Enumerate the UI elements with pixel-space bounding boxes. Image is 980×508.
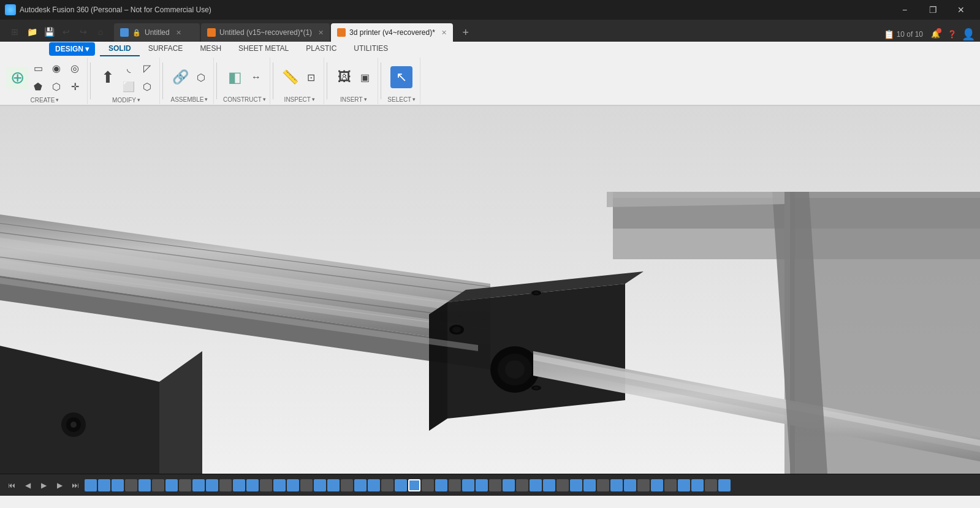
new-component-button[interactable]: ⊕ <box>6 67 28 89</box>
maximize-button[interactable]: ❐ <box>919 0 947 20</box>
tl-item-38[interactable] <box>583 479 596 491</box>
tl-item-41[interactable] <box>624 479 636 491</box>
viewport[interactable] <box>0 106 980 474</box>
extrude-button[interactable]: ▭ <box>29 60 47 77</box>
tl-item-45[interactable] <box>678 479 690 491</box>
tl-item-37[interactable] <box>570 479 582 491</box>
tl-item-18[interactable] <box>314 479 326 491</box>
tab-close-3dprinter[interactable]: ✕ <box>441 29 447 37</box>
select-label[interactable]: SELECT ▾ <box>387 96 416 103</box>
close-button[interactable]: ✕ <box>947 0 975 20</box>
grid-button[interactable]: ⊞ <box>7 25 22 39</box>
tl-item-31[interactable] <box>489 479 501 491</box>
axis-button[interactable]: ↔ <box>248 69 265 86</box>
tl-item-3[interactable] <box>112 479 124 491</box>
tl-item-42[interactable] <box>637 479 650 491</box>
modify-label[interactable]: MODIFY ▾ <box>112 97 140 104</box>
file-button[interactable]: 📁 <box>25 25 39 39</box>
tl-item-25[interactable] <box>408 479 420 491</box>
redo-button[interactable]: ↪ <box>76 25 91 39</box>
tab-close-v15[interactable]: ✕ <box>318 29 324 37</box>
tl-item-2[interactable] <box>98 479 110 491</box>
tl-item-21[interactable] <box>354 479 367 491</box>
tl-item-23[interactable] <box>381 479 393 491</box>
tl-item-6[interactable] <box>152 479 164 491</box>
tl-item-15[interactable] <box>273 479 286 491</box>
tl-item-8[interactable] <box>179 479 191 491</box>
joint-button[interactable]: 🔗 <box>169 66 191 88</box>
tl-item-16[interactable] <box>287 479 299 491</box>
decal-button[interactable]: 🖼 <box>333 66 355 88</box>
tl-item-36[interactable] <box>556 479 569 491</box>
analysis-button[interactable]: ⊡ <box>303 69 320 86</box>
select-button[interactable]: ↖ <box>390 66 412 88</box>
measure-button[interactable]: 📏 <box>279 66 302 88</box>
save-button[interactable]: 💾 <box>42 25 56 39</box>
shell-button[interactable]: ⬜ <box>120 78 137 96</box>
tl-item-43[interactable] <box>651 479 663 491</box>
tl-item-47[interactable] <box>705 479 717 491</box>
draft-button[interactable]: ⬡ <box>139 78 156 96</box>
tab-solid[interactable]: SOLID <box>100 42 140 56</box>
insert-label[interactable]: INSERT ▾ <box>340 96 367 103</box>
revolve-button[interactable]: ◉ <box>48 60 65 77</box>
tl-item-48[interactable] <box>718 479 731 491</box>
image-button[interactable]: ▣ <box>357 69 374 86</box>
notifications-icon[interactable]: 🔔 <box>928 27 943 42</box>
tl-item-24[interactable] <box>395 479 407 491</box>
tl-item-46[interactable] <box>691 479 704 491</box>
tl-item-39[interactable] <box>597 479 609 491</box>
press-pull-button[interactable]: ⬆ <box>97 67 119 89</box>
tl-item-27[interactable] <box>435 479 447 491</box>
design-dropdown[interactable]: DESIGN ▾ <box>49 42 95 56</box>
tl-item-26[interactable] <box>422 479 434 491</box>
tab-v15recovered[interactable]: Untitled (v15~recovered)*(1) ✕ <box>201 23 330 42</box>
construct-label[interactable]: CONSTRUCT ▾ <box>223 96 266 103</box>
home-button[interactable]: ⌂ <box>93 25 108 39</box>
tl-item-19[interactable] <box>327 479 340 491</box>
tl-item-28[interactable] <box>449 479 461 491</box>
tab-mesh[interactable]: MESH <box>191 42 230 56</box>
prev-frame-button[interactable]: ◀ <box>21 479 34 492</box>
minimize-button[interactable]: − <box>891 0 919 20</box>
plane-button[interactable]: ◧ <box>224 66 246 88</box>
account-icon[interactable]: 👤 <box>962 28 975 41</box>
tl-item-40[interactable] <box>610 479 623 491</box>
tl-item-7[interactable] <box>165 479 178 491</box>
sphere-button[interactable]: ⬡ <box>48 78 65 96</box>
create-label[interactable]: CREATE ▾ <box>31 97 59 104</box>
tab-untitled[interactable]: 🔒 Untitled ✕ <box>114 23 200 42</box>
tl-item-17[interactable] <box>300 479 313 491</box>
first-frame-button[interactable]: ⏮ <box>5 479 18 492</box>
tl-item-29[interactable] <box>462 479 474 491</box>
tl-item-13[interactable] <box>246 479 259 491</box>
tl-item-10[interactable] <box>206 479 218 491</box>
tl-item-1[interactable] <box>85 479 97 491</box>
undo-button[interactable]: ↩ <box>59 25 74 39</box>
help-icon[interactable]: ❓ <box>948 30 957 39</box>
tl-item-32[interactable] <box>503 479 515 491</box>
loft-button[interactable]: ⬟ <box>29 78 47 96</box>
tl-item-34[interactable] <box>530 479 542 491</box>
tl-item-11[interactable] <box>219 479 232 491</box>
tab-close-untitled[interactable]: ✕ <box>176 29 181 37</box>
tl-item-44[interactable] <box>664 479 677 491</box>
sweep-button[interactable]: ◎ <box>66 60 83 77</box>
tab-sheetmetal[interactable]: SHEET METAL <box>230 42 297 56</box>
tab-plastic[interactable]: PLASTIC <box>297 42 345 56</box>
tl-item-9[interactable] <box>192 479 205 491</box>
inspect-label[interactable]: INSPECT ▾ <box>284 96 315 103</box>
chamfer-button[interactable]: ◸ <box>139 60 156 77</box>
move-button[interactable]: ✛ <box>66 78 83 96</box>
tab-surface[interactable]: SURFACE <box>140 42 192 56</box>
tl-item-14[interactable] <box>260 479 272 491</box>
tab-utilities[interactable]: UTILITIES <box>345 42 397 56</box>
tl-item-4[interactable] <box>125 479 137 491</box>
tab-3dprinter[interactable]: 3d printer (v4~recovered)* ✕ <box>331 23 453 42</box>
tl-item-20[interactable] <box>341 479 353 491</box>
tab-add-button[interactable]: + <box>457 23 475 42</box>
next-frame-button[interactable]: ▶ <box>53 479 66 492</box>
tl-item-35[interactable] <box>543 479 555 491</box>
last-frame-button[interactable]: ⏭ <box>69 479 82 492</box>
fillet-button[interactable]: ◟ <box>120 60 137 77</box>
